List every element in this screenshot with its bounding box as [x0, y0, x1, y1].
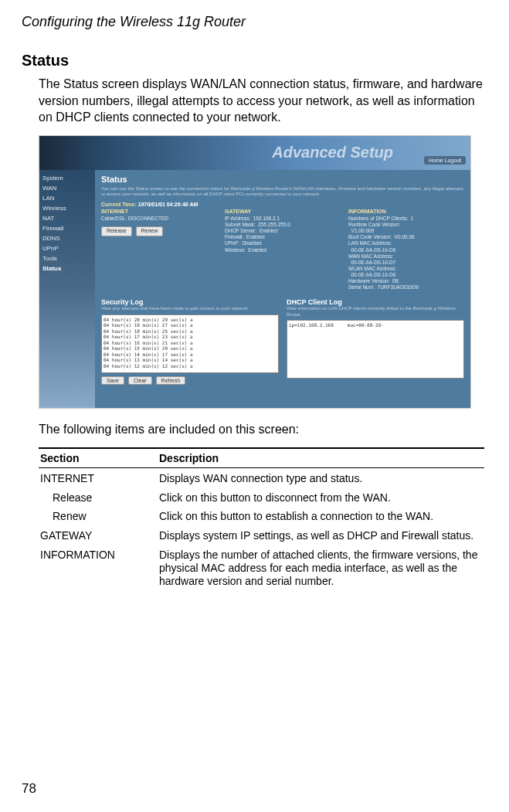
- save-button[interactable]: Save: [101, 376, 124, 385]
- dhcp-log-head: DHCP Client Log: [287, 298, 464, 306]
- table-header-description: Description: [158, 448, 484, 468]
- sidebar-item-lan[interactable]: LAN: [39, 193, 95, 203]
- sidebar-item-system[interactable]: System: [39, 173, 95, 183]
- table-cell-description: Click on this button to disconnect from …: [158, 488, 484, 507]
- table-row: ReleaseClick on this button to disconnec…: [39, 488, 484, 507]
- current-time-value: 1970/01/01 04:26:40 AM: [138, 202, 199, 207]
- gateway-column: GATEWAY IP Address: 192.168.2.1 Subnet M…: [225, 209, 341, 290]
- current-time-label: Current Time:: [101, 202, 137, 207]
- information-column: INFORMATION Numbers of DHCP Clients: 1 R…: [348, 209, 464, 290]
- page-header: Configuring the Wireless 11g Router: [22, 14, 487, 30]
- page-number: 78: [22, 781, 36, 797]
- home-logout-pill: Home Logout: [424, 156, 466, 165]
- information-head: INFORMATION: [348, 209, 464, 216]
- sidebar-item-tools[interactable]: Tools: [39, 253, 95, 263]
- sidebar-item-status[interactable]: Status: [39, 263, 95, 273]
- release-button[interactable]: Release: [101, 226, 132, 236]
- dhcp-log: DHCP Client Log View information on LAN …: [287, 298, 464, 384]
- screenshot-sidebar: System WAN LAN Wireless NAT Firewall DDN…: [39, 170, 95, 408]
- internet-column: INTERNET Cable/DSL: DISCONNECTED Release…: [101, 209, 217, 290]
- table-cell-section: INFORMATION: [39, 545, 158, 589]
- security-log-box[interactable]: 04 hour(s) 20 min(s) 29 sec(s) a 04 hour…: [101, 314, 279, 373]
- current-time-row: Current Time: 1970/01/01 04:26:40 AM: [101, 202, 464, 207]
- table-cell-section: INTERNET: [39, 467, 158, 487]
- screenshot-title: Status: [101, 175, 464, 184]
- screenshot-body: System WAN LAN Wireless NAT Firewall DDN…: [39, 170, 470, 408]
- gateway-head: GATEWAY: [225, 209, 341, 216]
- following-text: The following items are included on this…: [39, 423, 487, 437]
- refresh-button[interactable]: Refresh: [156, 376, 186, 385]
- table-cell-description: Click on this button to establish a conn…: [158, 506, 484, 525]
- screenshot-banner: Advanced Setup Home Logout: [39, 136, 470, 170]
- table-row: INTERNETDisplays WAN connection type and…: [39, 467, 484, 487]
- table-row: RenewClick on this button to establish a…: [39, 506, 484, 525]
- sidebar-item-ddns[interactable]: DDNS: [39, 233, 95, 243]
- security-log-sub: View any attempts that have been made to…: [101, 306, 279, 311]
- sidebar-item-nat[interactable]: NAT: [39, 213, 95, 223]
- gateway-lines: IP Address: 192.168.2.1 Subnet Mask: 255…: [225, 216, 341, 253]
- table-cell-description: Displays WAN connection type and status.: [158, 467, 484, 487]
- internet-line: Cable/DSL: DISCONNECTED: [101, 216, 217, 222]
- clear-button[interactable]: Clear: [128, 376, 152, 385]
- table-row: GATEWAYDisplays system IP settings, as w…: [39, 525, 484, 545]
- dhcp-log-sub: View information on LAN DHCP clients cur…: [287, 306, 464, 317]
- internet-head: INTERNET: [101, 209, 217, 216]
- section-title: Status: [22, 52, 487, 70]
- table-cell-section: GATEWAY: [39, 525, 158, 545]
- sidebar-item-upnp[interactable]: UPnP: [39, 243, 95, 253]
- table-cell-section: Release: [39, 488, 158, 507]
- description-table: Section Description INTERNETDisplays WAN…: [39, 447, 484, 590]
- table-cell-section: Renew: [39, 506, 158, 525]
- table-cell-description: Displays the number of attached clients,…: [158, 545, 484, 589]
- intro-paragraph: The Status screen displays WAN/LAN conne…: [39, 76, 487, 126]
- information-lines: Numbers of DHCP Clients: 1 Runtime Code …: [348, 216, 464, 291]
- sidebar-item-wan[interactable]: WAN: [39, 183, 95, 193]
- security-log: Security Log View any attempts that have…: [101, 298, 279, 384]
- security-log-head: Security Log: [101, 298, 279, 306]
- screenshot-desc: You can use the Status screen to see the…: [101, 186, 464, 197]
- sidebar-item-wireless[interactable]: Wireless: [39, 203, 95, 213]
- renew-button[interactable]: Renew: [136, 226, 164, 236]
- dhcp-log-box[interactable]: ip=192.168.2.160 mac=00-E0-29-: [287, 320, 464, 379]
- table-row: INFORMATIONDisplays the number of attach…: [39, 545, 484, 589]
- advanced-setup-label: Advanced Setup: [272, 144, 393, 161]
- table-cell-description: Displays system IP settings, as well as …: [158, 525, 484, 545]
- table-header-section: Section: [39, 448, 158, 468]
- status-screenshot: Advanced Setup Home Logout System WAN LA…: [39, 135, 471, 409]
- sidebar-item-firewall[interactable]: Firewall: [39, 223, 95, 233]
- screenshot-main: Status You can use the Status screen to …: [95, 170, 470, 408]
